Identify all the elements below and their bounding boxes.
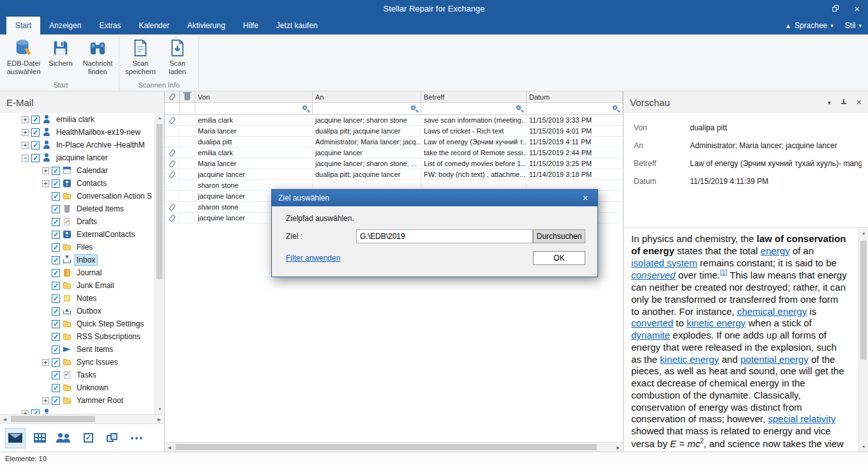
checkbox[interactable] xyxy=(52,397,60,405)
tree-item[interactable]: Files xyxy=(0,241,154,254)
tree-item[interactable]: Junk Email xyxy=(0,279,154,292)
tree-item[interactable]: + In-Place Archive -HealthM xyxy=(0,139,154,151)
an-column-header[interactable]: An xyxy=(313,91,421,102)
expander-icon[interactable]: − xyxy=(22,155,29,162)
scrollbar-thumb[interactable] xyxy=(176,444,597,450)
scroll-up-icon[interactable]: ▲ xyxy=(859,228,868,238)
von-filter[interactable] xyxy=(195,103,313,114)
tree-item[interactable]: + HealthMailbox-ex19-new xyxy=(0,126,154,139)
checkbox[interactable] xyxy=(52,282,60,290)
tree-item[interactable]: Quick Step Settings xyxy=(0,317,154,330)
tree-item[interactable]: Notes xyxy=(0,292,154,305)
save-button[interactable]: Sichern xyxy=(42,36,79,70)
tree-item[interactable]: Unknown xyxy=(0,381,154,394)
scrollbar-thumb[interactable] xyxy=(156,124,163,279)
ok-button[interactable]: OK xyxy=(533,251,585,265)
checkbox[interactable] xyxy=(31,141,40,149)
checkbox[interactable] xyxy=(52,384,60,392)
tree-item[interactable]: Deleted Items xyxy=(0,202,154,215)
checkbox[interactable] xyxy=(52,346,60,354)
table-row[interactable]: emilia clark jacquine lancer; sharon sto… xyxy=(165,115,623,126)
tree-horizontal-scrollbar[interactable]: ◀ ▶ xyxy=(0,414,164,423)
scroll-left-icon[interactable]: ◀ xyxy=(165,443,174,452)
checkbox[interactable] xyxy=(52,307,60,316)
tree-item[interactable]: + Calendar xyxy=(0,164,154,177)
datum-filter[interactable] xyxy=(527,103,623,114)
von-column-header[interactable]: Von xyxy=(195,91,313,102)
ribbon-tab[interactable]: Aktivierung xyxy=(178,17,234,34)
tree-item[interactable]: Conversation Action S xyxy=(0,190,154,202)
tree-item[interactable]: RSS Subscriptions xyxy=(0,330,154,343)
checkbox[interactable] xyxy=(52,231,60,239)
datum-column-header[interactable]: Datum xyxy=(527,91,623,102)
tree-item[interactable]: Sent Items xyxy=(0,343,154,356)
checkbox[interactable] xyxy=(52,205,60,213)
checkbox[interactable] xyxy=(52,179,60,188)
filter-link[interactable]: Filter anwenden xyxy=(286,254,340,263)
scrollbar-thumb[interactable] xyxy=(11,416,95,422)
table-row[interactable]: emilia clark jacquine lancer take the re… xyxy=(165,148,623,158)
checkbox[interactable] xyxy=(31,154,40,162)
ribbon-tab[interactable]: Kalender xyxy=(130,17,178,34)
expander-icon[interactable]: + xyxy=(22,116,29,123)
checkbox[interactable] xyxy=(52,269,60,277)
table-row[interactable]: jacquine lancer dualipa pitt; jacquine l… xyxy=(165,169,623,180)
search-filter-icon[interactable] xyxy=(516,105,524,113)
restore-icon[interactable] xyxy=(830,3,841,14)
scroll-right-icon[interactable]: ▶ xyxy=(613,443,623,452)
table-row[interactable]: Maria lancer jacquine lancer; sharon sto… xyxy=(165,158,623,169)
scroll-down-icon[interactable]: ▼ xyxy=(155,404,164,414)
close-icon[interactable]: × xyxy=(580,194,591,202)
an-filter[interactable] xyxy=(313,103,421,114)
checkbox[interactable] xyxy=(52,218,60,226)
ribbon-tab[interactable]: Hilfe xyxy=(234,17,267,34)
tree-item[interactable]: ExternalContacts xyxy=(0,228,154,241)
checkbox[interactable] xyxy=(52,333,60,341)
checkbox[interactable] xyxy=(52,320,60,328)
load-scan-button[interactable]: Scan laden xyxy=(159,36,196,78)
ribbon-tab[interactable]: Jetzt kaufen xyxy=(267,17,327,34)
tree-item[interactable]: + Sync Issues xyxy=(0,356,154,369)
tree-item[interactable]: + xyxy=(0,407,154,414)
scrollbar-thumb[interactable] xyxy=(860,241,867,360)
tree-item[interactable]: Drafts xyxy=(0,215,154,228)
checkbox[interactable] xyxy=(52,243,60,252)
find-message-button[interactable]: Nachricht finden xyxy=(79,36,116,78)
save-scan-button[interactable]: Scan speichern xyxy=(122,36,159,78)
nav-item[interactable] xyxy=(78,428,98,448)
tree-vertical-scrollbar[interactable]: ▲ ▼ xyxy=(154,113,164,414)
checkbox[interactable] xyxy=(31,409,40,415)
style-switcher[interactable]: Stil ▾ xyxy=(845,21,862,30)
nav-item[interactable] xyxy=(29,428,50,448)
expander-icon[interactable]: + xyxy=(42,167,49,174)
checkbox[interactable] xyxy=(52,371,60,379)
expander-icon[interactable]: + xyxy=(22,410,29,415)
tree-item[interactable]: Outbox xyxy=(0,305,154,317)
tree-item[interactable]: − jacquine lancer xyxy=(0,151,154,164)
nav-item[interactable] xyxy=(126,428,147,448)
expander-icon[interactable]: + xyxy=(22,142,29,149)
ribbon-tab[interactable]: Extras xyxy=(90,17,130,34)
tree-item[interactable]: Tasks xyxy=(0,369,154,381)
language-switcher[interactable]: ▲ Sprachee ▾ xyxy=(785,21,834,30)
checkbox[interactable] xyxy=(52,358,60,367)
tree-item[interactable]: Inbox xyxy=(0,254,154,266)
tree-item[interactable]: + Yammer Root xyxy=(0,394,154,407)
dropdown-caret-icon[interactable]: ▾ xyxy=(828,99,831,106)
browse-button[interactable]: Durchsuchen xyxy=(533,229,585,243)
expander-icon[interactable]: + xyxy=(42,359,49,366)
search-filter-icon[interactable] xyxy=(302,105,310,113)
deleted-column-header[interactable] xyxy=(180,91,195,102)
expander-icon[interactable]: + xyxy=(42,180,49,187)
tree-item[interactable]: + emilia clark xyxy=(0,113,154,126)
select-edb-button[interactable]: EDB-Datei auswählen xyxy=(5,36,42,78)
checkbox[interactable] xyxy=(52,256,60,264)
nav-item[interactable] xyxy=(54,428,74,448)
scroll-left-icon[interactable]: ◀ xyxy=(0,415,10,424)
search-filter-icon[interactable] xyxy=(410,105,419,113)
tree-item[interactable]: Journal xyxy=(0,266,154,279)
table-row[interactable]: Maria lancer dualipa pitt; jacquine lanc… xyxy=(165,126,623,137)
preview-vertical-scrollbar[interactable]: ▲ ▼ xyxy=(858,228,868,452)
attachment-column-header[interactable] xyxy=(165,91,180,102)
close-icon[interactable]: × xyxy=(851,3,863,14)
